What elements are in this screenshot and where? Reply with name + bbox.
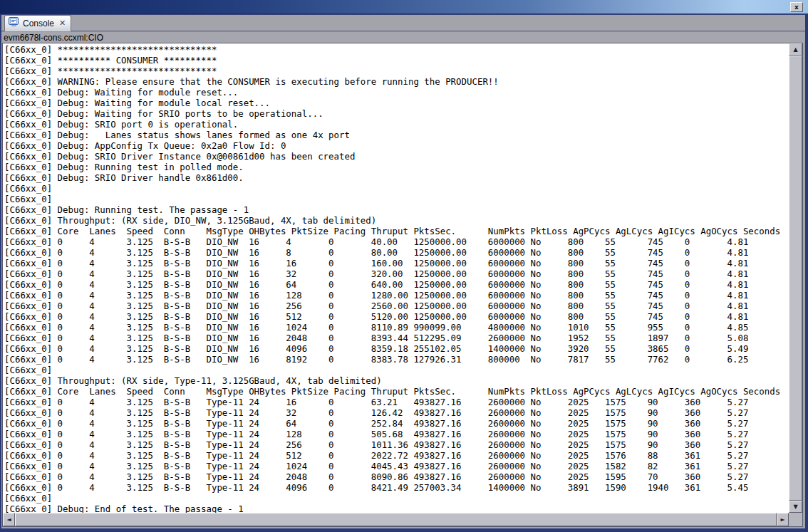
scrollbar-corner — [789, 513, 802, 526]
console-description-bar: evm6678l-cons.ccxml:CIO — [0, 31, 808, 43]
tab-console-label: Console — [23, 19, 54, 28]
console-view: [C66xx_0] ******************************… — [2, 43, 803, 527]
window-titlebar[interactable]: x — [0, 0, 808, 14]
vertical-scroll-thumb[interactable] — [789, 56, 802, 501]
console-output[interactable]: [C66xx_0] ******************************… — [3, 43, 789, 513]
scroll-right-button[interactable]: ► — [777, 513, 789, 526]
console-icon — [9, 16, 19, 30]
console-description-label: evm6678l-cons.ccxml:CIO — [4, 33, 103, 43]
view-tabbar: Console ✕ — [0, 14, 808, 31]
tab-close-icon[interactable]: ✕ — [58, 19, 66, 28]
console-text-area[interactable]: [C66xx_0] ******************************… — [3, 43, 789, 513]
scroll-up-button[interactable]: ▲ — [789, 43, 802, 56]
vertical-scrollbar[interactable]: ▲ ▼ — [789, 43, 802, 513]
window-frame-left — [0, 14, 1, 532]
console-view-window: x Console ✕ — [0, 0, 808, 532]
scroll-left-button[interactable]: ◄ — [3, 513, 15, 526]
window-frame-bottom — [0, 528, 808, 532]
scroll-down-button[interactable]: ▼ — [789, 501, 802, 513]
horizontal-scrollbar[interactable]: ◄ ► — [3, 513, 789, 526]
tab-console[interactable]: Console ✕ — [4, 15, 71, 31]
window-frame-right — [805, 14, 808, 532]
horizontal-scroll-thumb[interactable] — [15, 513, 777, 526]
window-close-button[interactable]: x — [790, 2, 803, 12]
